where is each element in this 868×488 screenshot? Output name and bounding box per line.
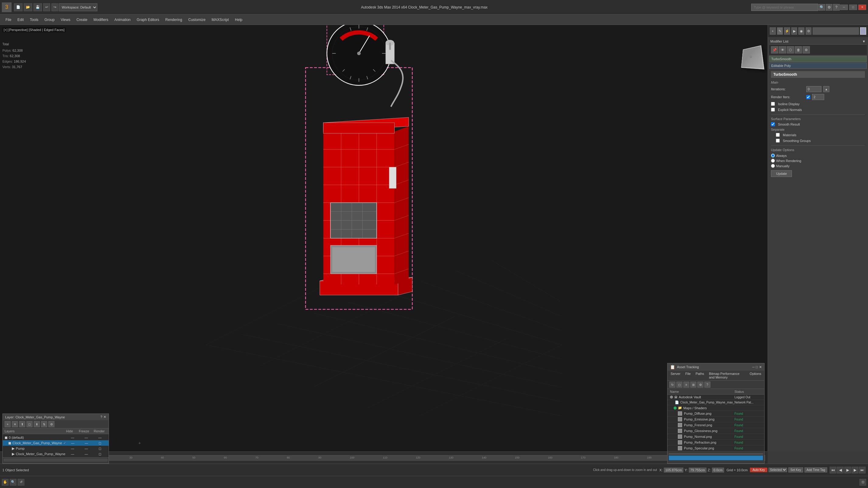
ts-iterations-input[interactable] bbox=[806, 86, 822, 92]
prev-frame-button[interactable]: ◀ bbox=[837, 467, 844, 474]
ts-isoline-check[interactable] bbox=[771, 102, 775, 106]
ts-iterations-spinner[interactable]: ▲ bbox=[823, 86, 829, 92]
nav-zoom-icon[interactable]: 🔍 bbox=[10, 479, 17, 486]
rp-utilities-icon[interactable]: ⚙ bbox=[806, 27, 812, 35]
redo-button[interactable]: ↪ bbox=[52, 3, 58, 11]
set-key-button[interactable]: Set Key bbox=[788, 467, 803, 473]
ap-select-icon[interactable]: ◻ bbox=[676, 382, 682, 388]
maximize-button[interactable]: □ bbox=[849, 5, 857, 10]
ap-refresh-icon[interactable]: ↻ bbox=[669, 382, 675, 388]
menu-views[interactable]: Views bbox=[58, 17, 73, 23]
lp-merge-icon[interactable]: ⇅ bbox=[41, 421, 47, 427]
auto-key-button[interactable]: Auto Key bbox=[750, 468, 767, 472]
ts-render-iters-input[interactable] bbox=[812, 94, 824, 100]
ap-help-icon[interactable]: ? bbox=[704, 382, 710, 388]
ap-row-maps[interactable]: 📁 Maps / Shaders bbox=[668, 405, 764, 411]
go-end-button[interactable]: ⏭ bbox=[859, 467, 866, 474]
lp-select-objects-icon[interactable]: ⬇ bbox=[34, 421, 40, 427]
play-button[interactable]: ▶ bbox=[844, 467, 851, 474]
3d-viewport[interactable]: + bbox=[0, 25, 768, 452]
modifier-editable-poly[interactable]: Editable Poly bbox=[769, 63, 867, 69]
ap-restore-btn[interactable]: □ bbox=[756, 365, 758, 369]
open-button[interactable]: 📂 bbox=[24, 3, 32, 11]
layer-row-3[interactable]: ▶ Clock_Meter_Gas_Pump_Wayne — — ◻ bbox=[3, 451, 108, 457]
ap-row-specular[interactable]: Pump_Specular.png Found bbox=[668, 446, 764, 451]
remove-modifier-icon[interactable]: 🗑 bbox=[795, 46, 802, 54]
viewport[interactable]: [+] [Perspective] [Shaded | Edged Faces]… bbox=[0, 25, 768, 452]
lp-minimize-btn[interactable]: ? bbox=[100, 415, 102, 419]
make-unique-icon[interactable]: ⬡ bbox=[787, 46, 794, 54]
save-button[interactable]: 💾 bbox=[33, 3, 42, 11]
menu-customize[interactable]: Customize bbox=[185, 17, 209, 23]
ts-update-button[interactable]: Update bbox=[771, 170, 792, 177]
ap-menu-options[interactable]: Options bbox=[748, 371, 763, 380]
new-button[interactable]: 📄 bbox=[14, 3, 23, 11]
ap-row-fresnel[interactable]: Pump_Fresnel.png Found bbox=[668, 422, 764, 428]
ap-scrollbar[interactable] bbox=[669, 454, 763, 454]
nav-orbit-icon[interactable]: ↺ bbox=[18, 479, 24, 486]
ts-manually-radio[interactable] bbox=[771, 164, 775, 168]
menu-create[interactable]: Create bbox=[73, 17, 90, 23]
rp-modify-icon[interactable]: ✎ bbox=[777, 27, 783, 35]
nav-pan-icon[interactable]: ✋ bbox=[2, 479, 8, 486]
lp-delete-layer-icon[interactable]: ✕ bbox=[12, 421, 18, 427]
ap-list-icon[interactable]: ≡ bbox=[683, 382, 689, 388]
ap-row-max-file[interactable]: 📄 Clock_Meter_Gas_Pump_Wayne_max_vray.ma… bbox=[668, 400, 764, 405]
menu-group[interactable]: Group bbox=[41, 17, 58, 23]
ap-row-normal[interactable]: Pump_Normal.png Found bbox=[668, 434, 764, 440]
add-time-tag-button[interactable]: Add Time Tag bbox=[804, 467, 827, 473]
ap-menu-file[interactable]: File bbox=[683, 371, 692, 380]
zoom-extents-icon[interactable]: ⊡ bbox=[860, 479, 866, 486]
key-mode-select[interactable]: Selected bbox=[769, 468, 787, 472]
ts-when-rendering-radio[interactable] bbox=[771, 159, 775, 163]
ap-close-btn[interactable]: ✕ bbox=[759, 365, 762, 369]
configure-sets-icon[interactable]: ⚙ bbox=[803, 46, 810, 54]
minimize-button[interactable]: ─ bbox=[840, 5, 848, 10]
ap-menu-server[interactable]: Server bbox=[669, 371, 682, 380]
show-result-icon[interactable]: 👁 bbox=[779, 46, 786, 54]
lp-add-selected-icon[interactable]: ⬆ bbox=[19, 421, 25, 427]
timeline-bar[interactable]: 0102030405060708090100110120130140150160… bbox=[22, 455, 765, 461]
rp-color-swatch[interactable] bbox=[860, 27, 866, 35]
orientation-cube[interactable]: □ bbox=[740, 46, 762, 67]
undo-button[interactable]: ↩ bbox=[43, 3, 50, 11]
close-button[interactable]: ✕ bbox=[858, 5, 866, 10]
rp-create-icon[interactable]: + bbox=[770, 27, 776, 35]
workspace-select[interactable]: Workspace: Default bbox=[59, 3, 97, 11]
modifier-list-expand[interactable]: ▼ bbox=[862, 39, 866, 43]
rp-hierarchy-icon[interactable]: ⚡ bbox=[784, 27, 790, 35]
ap-row-refraction[interactable]: Pump_Refraction.png Found bbox=[668, 440, 764, 446]
menu-rendering[interactable]: Rendering bbox=[162, 17, 185, 23]
menu-graph-editors[interactable]: Graph Editors bbox=[133, 17, 162, 23]
object-name-input[interactable]: Pump bbox=[813, 27, 859, 35]
layer-row-0[interactable]: ◼ 0 (default) — — — bbox=[3, 435, 108, 440]
menu-file[interactable]: File bbox=[2, 17, 14, 23]
menu-animation[interactable]: Animation bbox=[111, 17, 133, 23]
ts-always-radio[interactable] bbox=[771, 154, 775, 158]
ap-minimize-btn[interactable]: ─ bbox=[752, 365, 755, 369]
lp-select-layer-icon[interactable]: ◻ bbox=[27, 421, 33, 427]
menu-modifiers[interactable]: Modifiers bbox=[90, 17, 111, 23]
ap-menu-bitmap[interactable]: Bitmap Performance and Memory bbox=[707, 371, 747, 380]
ap-row-glossiness[interactable]: Pump_Glossiness.png Found bbox=[668, 428, 764, 434]
layer-row-2[interactable]: ▶ Pump — — ◻ bbox=[3, 446, 108, 451]
rp-motion-icon[interactable]: ▶ bbox=[791, 27, 798, 35]
help-icon[interactable]: ? bbox=[833, 4, 840, 11]
ap-row-emissive[interactable]: Pump_Emissive.png Found bbox=[668, 417, 764, 422]
ts-explicit-normals-check[interactable] bbox=[771, 108, 775, 111]
layer-row-1[interactable]: ◼ Clock_Meter_Gas_Pump_Wayne ✓ — — ◻ bbox=[3, 440, 108, 446]
rp-display-icon[interactable]: ◉ bbox=[798, 27, 804, 35]
ap-menu-paths[interactable]: Paths bbox=[694, 371, 706, 380]
pin-stack-icon[interactable]: 📌 bbox=[771, 46, 778, 54]
menu-tools[interactable]: Tools bbox=[27, 17, 41, 23]
ts-render-iters-check[interactable] bbox=[806, 95, 810, 99]
ts-smoothing-groups-check[interactable] bbox=[776, 139, 780, 142]
lp-close-btn[interactable]: ✕ bbox=[103, 415, 106, 419]
menu-maxscript[interactable]: MAXScript bbox=[208, 17, 232, 23]
lp-scrollbar[interactable] bbox=[4, 459, 107, 461]
ap-grid-icon[interactable]: ⊞ bbox=[690, 382, 696, 388]
go-start-button[interactable]: ⏮ bbox=[830, 467, 836, 474]
ts-smooth-result-check[interactable] bbox=[771, 122, 775, 126]
menu-edit[interactable]: Edit bbox=[14, 17, 27, 23]
lp-new-layer-icon[interactable]: + bbox=[5, 421, 11, 427]
